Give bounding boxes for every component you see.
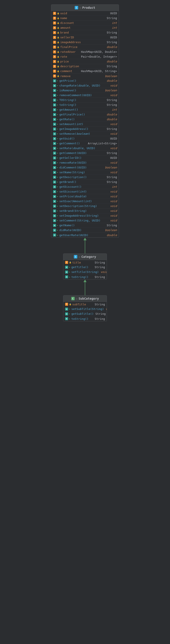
method-icon: m bbox=[65, 270, 68, 274]
method-type: double bbox=[107, 113, 117, 116]
lock-icon: 🔒 bbox=[57, 60, 59, 63]
field-type: int bbox=[112, 21, 117, 24]
method-dot-icon: ▸ bbox=[57, 195, 58, 198]
field-row: f🔒amountint bbox=[51, 26, 119, 30]
method-name: setAmount(int) bbox=[59, 122, 108, 126]
method-type: void bbox=[106, 307, 107, 310]
method-name: toString() bbox=[72, 275, 93, 279]
field-row: f🔒discountint bbox=[51, 20, 119, 26]
field-type: Pair<Double, Integer> bbox=[81, 55, 117, 58]
method-name: getDiscount() bbox=[59, 185, 110, 188]
product-class-box: C ○ Product f🔒uuidUUIDf🔒nameStringf🔒disc… bbox=[51, 4, 119, 238]
method-type: int bbox=[112, 185, 117, 188]
method-icon: m bbox=[53, 94, 56, 97]
method-type: void bbox=[110, 209, 117, 212]
method-row: m▸toString()String bbox=[63, 316, 107, 321]
method-row: m▸getDescription()String bbox=[51, 175, 119, 180]
field-type: UUID bbox=[110, 36, 117, 39]
field-name: uuid bbox=[60, 12, 108, 15]
method-dot-icon: ▸ bbox=[69, 276, 70, 278]
method-type: ArrayList<String> bbox=[88, 142, 117, 145]
field-type: boolean bbox=[105, 74, 117, 78]
field-icon: f bbox=[53, 74, 56, 78]
category-methods: m▸getTitle()Stringm▸setTitle(String)void… bbox=[63, 265, 107, 279]
field-name: name bbox=[60, 16, 105, 20]
method-icon: m bbox=[53, 185, 56, 188]
method-type: double bbox=[107, 234, 117, 237]
method-type: void bbox=[110, 204, 117, 208]
method-name: getBrand() bbox=[59, 180, 105, 184]
connector-category-subcategory bbox=[84, 280, 86, 295]
method-dot-icon: ▸ bbox=[57, 79, 58, 82]
lock-icon: 🔒 bbox=[57, 32, 59, 34]
lock-icon: 🔒 bbox=[57, 17, 59, 19]
method-row: m▸setDiscount(int)void bbox=[51, 189, 119, 194]
method-dot-icon: ▸ bbox=[57, 118, 58, 121]
method-name: isRemove() bbox=[59, 89, 104, 92]
field-name: finalPrice bbox=[60, 45, 105, 49]
field-icon: f bbox=[65, 303, 68, 306]
method-icon: m bbox=[53, 195, 56, 198]
lock-icon: 🔒 bbox=[69, 261, 72, 264]
method-icon: m bbox=[65, 266, 68, 269]
method-dot-icon: ▸ bbox=[57, 89, 58, 92]
method-type: void bbox=[110, 190, 117, 193]
subcategory-dot: ○ bbox=[76, 298, 77, 300]
diagram-container: C ○ Product f🔒uuidUUIDf🔒nameStringf🔒disc… bbox=[0, 4, 170, 321]
method-dot-icon: ▸ bbox=[57, 180, 58, 183]
method-icon: m bbox=[53, 98, 56, 102]
method-icon: m bbox=[53, 219, 56, 222]
method-name: setBrand(String) bbox=[59, 209, 108, 212]
method-dot-icon: ▸ bbox=[57, 166, 58, 169]
method-type: String bbox=[95, 312, 106, 316]
method-icon: m bbox=[53, 204, 56, 208]
method-type: void bbox=[110, 200, 117, 203]
method-type: String bbox=[107, 151, 117, 155]
field-icon: f bbox=[65, 261, 68, 264]
method-row: m▸getDiscount()int bbox=[51, 184, 119, 189]
method-name: getName() bbox=[59, 224, 105, 227]
method-row: m▸getComment(UUID)String bbox=[51, 151, 119, 156]
method-type: void bbox=[110, 195, 117, 198]
field-type: int bbox=[112, 26, 117, 29]
method-dot-icon: ▸ bbox=[69, 266, 70, 268]
method-icon: m bbox=[65, 275, 68, 278]
method-type: boolean bbox=[105, 166, 117, 169]
method-name: setExactAmount(int) bbox=[59, 200, 108, 203]
field-type: String bbox=[95, 261, 105, 264]
field-name: subTitle bbox=[72, 303, 93, 306]
method-dot-icon: ▸ bbox=[57, 185, 58, 188]
method-dot-icon: ▸ bbox=[57, 210, 58, 212]
method-dot-icon: ▸ bbox=[57, 147, 58, 150]
method-dot-icon: ▸ bbox=[57, 156, 58, 159]
category-title: Category bbox=[81, 255, 96, 258]
lock-icon: 🔒 bbox=[69, 303, 72, 305]
field-row: f🔒pricedouble bbox=[51, 59, 119, 64]
method-row: m▸isRemove()boolean bbox=[51, 88, 119, 93]
field-icon: f bbox=[53, 41, 56, 44]
method-icon: m bbox=[53, 200, 56, 203]
field-row: f🔒nameString bbox=[51, 16, 119, 20]
method-dot-icon: ▸ bbox=[57, 94, 58, 96]
category-class-icon: C bbox=[74, 255, 77, 258]
field-row: f🔒uuidUUID bbox=[51, 11, 119, 16]
lock-icon: 🔒 bbox=[57, 36, 59, 38]
method-icon: m bbox=[65, 308, 68, 310]
field-name: ratedUser bbox=[60, 50, 79, 54]
arrow-up-1 bbox=[84, 238, 86, 240]
method-name: setImageAddress(String) bbox=[59, 214, 108, 217]
method-name: setRemove(boolean) bbox=[59, 132, 108, 135]
method-row: m▸didComment(UUID)boolean bbox=[51, 165, 119, 170]
field-icon: f bbox=[53, 50, 56, 54]
category-fields: f🔒titleString bbox=[63, 260, 107, 265]
method-type: String bbox=[95, 266, 105, 269]
method-row: m▸setAmount(int)void bbox=[51, 122, 119, 126]
method-icon: m bbox=[53, 128, 56, 130]
method-type: void bbox=[100, 270, 107, 274]
method-type: int bbox=[112, 108, 117, 111]
field-name: amount bbox=[60, 26, 110, 29]
method-row: m▸setRate(double, UUID)void bbox=[51, 146, 119, 151]
field-name: brand bbox=[60, 31, 105, 34]
lock-icon: 🔒 bbox=[57, 27, 59, 29]
method-icon: m bbox=[53, 190, 56, 193]
